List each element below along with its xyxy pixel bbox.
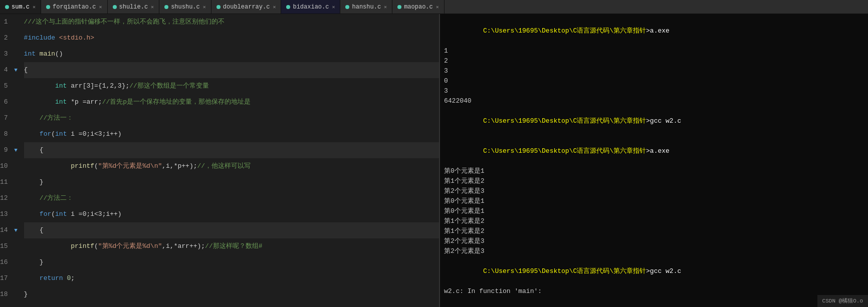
tab-label-shushu: shushu.c [171,4,200,11]
ln-14: 14 [0,222,12,238]
code-kw-for-13: for [40,206,51,222]
marker-1 [12,14,20,30]
ln-3: 3 [0,46,12,62]
term-err-4a: w2.c: In function 'main': [444,286,864,296]
close-icon-shulie[interactable]: ✕ [151,4,154,10]
term-out-3f: 第1个元素是2 [444,216,864,226]
tab-dot-shulie [113,5,117,9]
code-brace-11: } [24,174,44,190]
term-cmd-3: >a.exe [646,147,670,155]
code-int-13: int [55,206,67,222]
close-icon-maopao[interactable]: ✕ [436,4,439,10]
tab-sum[interactable]: sum.c ✕ [0,0,41,14]
code-for-8 [24,126,40,142]
code-kw-for-8: for [40,126,51,142]
term-out-1e: 3 [444,86,864,96]
term-out-1f: 6422040 [444,96,864,106]
ln-15: 15 [0,238,12,254]
term-cmd-2: >gcc w2.c [646,117,681,125]
tab-doublearray[interactable]: doublearray.c ✕ [211,0,282,14]
ln-1: 1 [0,14,12,30]
tab-shushu[interactable]: shushu.c ✕ [159,0,211,14]
code-area: 1 2 3 4 5 6 7 8 9 10 11 12 13 14 15 16 1 [0,14,439,307]
code-cm-12: //方法二： [24,190,74,206]
code-brace-14: { [24,222,44,238]
main-layout: 1 2 3 4 5 6 7 8 9 10 11 12 13 14 15 16 1 [0,14,868,307]
term-out-3g: 第1个元素是2 [444,226,864,236]
code-line-10: printf ( "第%d个元素是%d\n" ,i,*p++); //，他这样可… [24,158,439,174]
close-icon-forqiantao[interactable]: ✕ [99,4,102,10]
code-line-11: } [24,174,439,190]
marker-13 [12,206,20,222]
marker-9: ▼ [12,142,20,158]
code-line-7: //方法一： [24,110,439,126]
tab-forqiantao[interactable]: forqiantao.c ✕ [41,0,107,14]
tab-shulie[interactable]: shulie.c ✕ [108,0,160,14]
code-brace-18: } [24,286,28,302]
ln-10: 10 [0,158,12,174]
term-out-3b: 第1个元素是2 [444,176,864,186]
term-out-3a: 第0个元素是1 [444,166,864,176]
tab-hanshu[interactable]: hanshu.c ✕ [340,0,392,14]
code-text-4: { [24,62,28,78]
code-args-15: ,i,*arr++); [162,238,205,254]
term-path-2: C:\Users\19695\Desktop\C语言源代码\第六章指针 [483,117,646,125]
code-sp-3 [36,46,40,62]
tab-label-forqiantao: forqiantao.c [53,4,96,11]
close-icon-hanshu[interactable]: ✕ [384,4,387,10]
ln-11: 11 [0,174,12,190]
code-line-18: } [24,286,439,302]
code-cm-6: //首先p是一个保存地址的变量，那他保存的地址是 [102,94,251,110]
ln-2: 2 [0,30,12,46]
app-root: sum.c ✕ forqiantao.c ✕ shulie.c ✕ shushu… [0,0,868,307]
code-line-6: int *p =arr; //首先p是一个保存地址的变量，那他保存的地址是 [24,94,439,110]
close-icon-sum[interactable]: ✕ [33,4,36,10]
terminal-panel: C:\Users\19695\Desktop\C语言源代码\第六章指针>a.ex… [440,14,868,307]
tab-label-sum: sum.c [12,4,30,11]
ln-12: 12 [0,190,12,206]
term-out-3h: 第2个元素是3 [444,236,864,246]
tab-label-bidaxiao: bidaxiao.c [293,4,329,11]
term-path-4: C:\Users\19695\Desktop\C语言源代码\第六章指针 [483,267,646,275]
code-printf-15 [24,238,71,254]
code-kw-6: int [24,94,67,110]
term-out-3e: 第0个元素是1 [444,206,864,216]
tab-dot-bidaxiao [286,5,290,9]
code-fn-10: printf [71,158,94,174]
tab-bidaxiao[interactable]: bidaxiao.c ✕ [281,0,340,14]
term-cmd-4: >gcc w2.c [646,267,681,275]
marker-11 [12,174,20,190]
code-content[interactable]: ///这个与上面的指针偏移不一样，所以不会跑飞，注意区别他们的不 #includ… [20,14,439,307]
close-icon-bidaxiao[interactable]: ✕ [332,4,335,10]
code-kw-2: #include [24,30,55,46]
term-out-3c: 第2个元素是3 [444,186,864,196]
code-p-3: () [55,46,63,62]
code-int-8: int [55,126,67,142]
code-line-17: return 0 ; [24,270,439,286]
code-line-9: { [24,142,439,158]
code-paren-15: ( [94,238,98,254]
marker-12 [12,190,20,206]
tab-dot-forqiantao [46,5,50,9]
code-args-10: ,i,*p++); [162,158,197,174]
code-paren-10: ( [94,158,98,174]
code-for-13 [24,206,40,222]
tab-maopao[interactable]: maopao.c ✕ [392,0,445,14]
term-path-1: C:\Users\19695\Desktop\C语言源代码\第六章指针 [483,27,646,35]
code-str-2: <stdio.h> [59,30,94,46]
ln-6: 6 [0,94,12,110]
ln-18: 18 [0,286,12,302]
code-line-13: for ( int i =0;i<3;i++) [24,206,439,222]
close-icon-shushu[interactable]: ✕ [203,4,206,10]
tab-dot-shushu [164,5,168,9]
code-cm-7: //方法一： [24,110,74,126]
tab-label-shulie: shulie.c [119,4,148,11]
ln-9: 9 [0,142,12,158]
close-icon-doublearray[interactable]: ✕ [273,4,276,10]
code-line-16: } [24,254,439,270]
ln-7: 7 [0,110,12,126]
ln-13: 13 [0,206,12,222]
code-semi-17: ; [71,270,75,286]
code-zero-17 [63,270,67,286]
tab-dot-sum [5,5,9,9]
